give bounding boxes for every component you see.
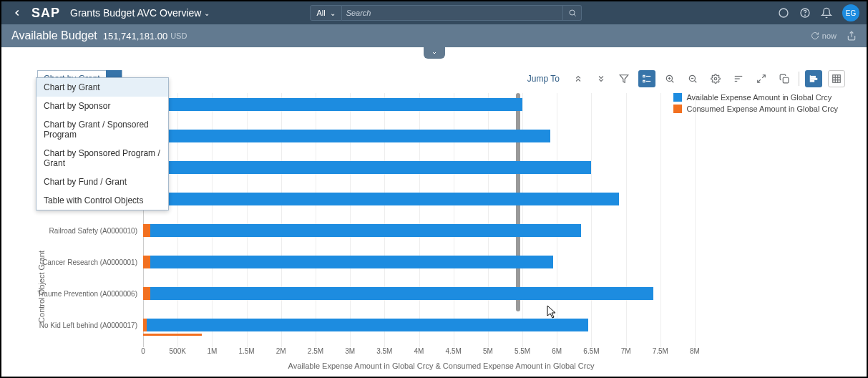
sort-button[interactable] xyxy=(730,70,747,87)
drill-down-button[interactable] xyxy=(593,70,610,87)
legend-swatch xyxy=(673,93,682,102)
dropdown-item[interactable]: Chart by Fund / Grant xyxy=(36,173,168,191)
copilot-icon[interactable] xyxy=(778,7,789,19)
top-right-actions: EG xyxy=(778,4,859,21)
grid-line xyxy=(695,93,696,347)
chart-row: Traume Prevention (A0000006) xyxy=(143,282,695,305)
dropdown-item[interactable]: Chart by Grant xyxy=(36,78,168,97)
x-tick-label: 7M xyxy=(621,347,631,355)
x-tick-label: 4M xyxy=(414,347,424,355)
settings-button[interactable] xyxy=(707,70,724,87)
svg-rect-26 xyxy=(811,77,816,78)
x-tick-label: 6M xyxy=(552,347,562,355)
svg-rect-28 xyxy=(811,80,814,82)
drill-up-button[interactable] xyxy=(570,70,587,87)
x-tick-label: 3M xyxy=(345,347,355,355)
svg-point-4 xyxy=(805,15,806,16)
svg-rect-9 xyxy=(643,80,645,82)
x-tick-label: 7.5M xyxy=(653,347,668,355)
svg-point-2 xyxy=(779,9,788,17)
back-button[interactable] xyxy=(9,4,26,21)
chart-row: Cancer Research (A0000001) xyxy=(143,251,695,273)
category-label: Railroad Safety (A0000010) xyxy=(37,227,137,235)
bar-available[interactable] xyxy=(150,256,554,268)
x-tick-label: 6.5M xyxy=(583,347,599,355)
zoom-in-button[interactable] xyxy=(661,70,678,87)
copy-button[interactable] xyxy=(776,70,793,87)
bell-icon[interactable] xyxy=(821,7,832,19)
search-input[interactable] xyxy=(342,5,564,21)
legend-swatch xyxy=(673,105,682,113)
refresh-button[interactable]: now xyxy=(811,32,837,40)
dropdown-item[interactable]: Chart by Sponsor xyxy=(36,97,168,115)
chart-legend: Available Expense Amount in Global Crcy … xyxy=(673,93,838,116)
bar-consumed[interactable] xyxy=(143,287,150,300)
bar-available[interactable] xyxy=(143,161,591,174)
bar-consumed[interactable] xyxy=(143,224,150,237)
svg-rect-24 xyxy=(783,77,789,83)
chart-type-dropdown: Chart by Grant Chart by Sponsor Chart by… xyxy=(36,77,169,210)
legend-item: Available Expense Amount in Global Crcy xyxy=(673,93,838,102)
svg-line-1 xyxy=(574,14,576,16)
sub-header: Available Budget 151,741,181.00 USD now xyxy=(1,24,867,47)
svg-line-23 xyxy=(758,79,761,82)
page-title[interactable]: Grants Budget AVC Overview ⌄ xyxy=(70,7,210,19)
x-tick-label: 2.5M xyxy=(308,347,323,355)
table-view-button[interactable] xyxy=(828,70,845,87)
chart-plot: Nurse Qualification (A0000009)Railroad S… xyxy=(143,93,695,347)
page-title-text: Grants Budget AVC Overview xyxy=(70,7,201,19)
x-tick-label: 5.5M xyxy=(515,347,530,355)
bar-consumed[interactable] xyxy=(143,256,150,268)
svg-point-18 xyxy=(714,77,717,80)
collapse-header-button[interactable] xyxy=(424,47,445,59)
bar-available[interactable] xyxy=(150,287,654,300)
filter-button[interactable] xyxy=(615,70,633,87)
chevron-down-icon: ⌄ xyxy=(204,9,210,17)
bar-available[interactable] xyxy=(147,319,588,331)
category-label: No Kid Left behind (A0000017) xyxy=(37,321,137,329)
chart-view-button[interactable] xyxy=(805,70,822,87)
svg-point-0 xyxy=(570,10,575,15)
zoom-out-button[interactable] xyxy=(684,70,701,87)
dropdown-item[interactable]: Chart by Sponsored Program / Grant xyxy=(36,144,168,173)
x-tick-label: 1M xyxy=(207,347,217,355)
avatar[interactable]: EG xyxy=(842,4,859,21)
bar-available[interactable] xyxy=(143,98,522,111)
chart-row xyxy=(143,125,695,147)
available-budget-amount: 151,741,181.00 xyxy=(103,31,167,42)
sap-logo: SAP xyxy=(31,6,60,21)
dropdown-item[interactable]: Chart by Grant / Sponsored Program xyxy=(36,115,168,144)
x-axis-title: Available Expense Amount in Global Crcy … xyxy=(37,362,845,370)
chart-row: Nurse Qualification (A0000009) xyxy=(143,188,695,210)
divider xyxy=(799,72,799,86)
svg-line-22 xyxy=(762,75,765,78)
legend-toggle-button[interactable] xyxy=(638,70,655,87)
legend-item: Consumed Expense Amount in Global Crcy xyxy=(673,105,838,113)
share-icon[interactable] xyxy=(847,31,857,41)
jump-to-link[interactable]: Jump To xyxy=(527,74,560,84)
x-tick-label: 5M xyxy=(483,347,493,355)
svg-line-16 xyxy=(694,80,696,82)
chart-row xyxy=(143,156,695,179)
bar-available[interactable] xyxy=(150,193,619,205)
fullscreen-button[interactable] xyxy=(753,70,770,87)
category-label: Cancer Research (A0000001) xyxy=(37,258,137,266)
svg-line-12 xyxy=(671,80,673,82)
bar-available[interactable] xyxy=(143,130,550,142)
help-icon[interactable] xyxy=(799,7,811,19)
x-tick-label: 8M xyxy=(690,347,700,355)
chart-row: No Kid Left behind (A0000017) xyxy=(143,314,695,336)
x-tick-label: 2M xyxy=(276,347,286,355)
x-tick-label: 0 xyxy=(141,347,145,355)
dropdown-item[interactable]: Table with Control Objects xyxy=(36,191,168,210)
x-tick-label: 3.5M xyxy=(376,347,392,355)
svg-rect-7 xyxy=(643,75,645,77)
bar-available[interactable] xyxy=(150,224,581,237)
search-scope-select[interactable]: All ⌄ xyxy=(310,5,341,21)
search-button[interactable] xyxy=(563,5,582,21)
chevron-down-icon: ⌄ xyxy=(330,9,336,17)
x-axis-ticks: 0500K1M1.5M2M2.5M3M3.5M4M4.5M5M5.5M6M6.5… xyxy=(143,347,695,359)
x-tick-label: 500K xyxy=(170,347,186,355)
top-bar: SAP Grants Budget AVC Overview ⌄ All ⌄ E… xyxy=(1,1,867,24)
svg-rect-29 xyxy=(833,75,841,83)
